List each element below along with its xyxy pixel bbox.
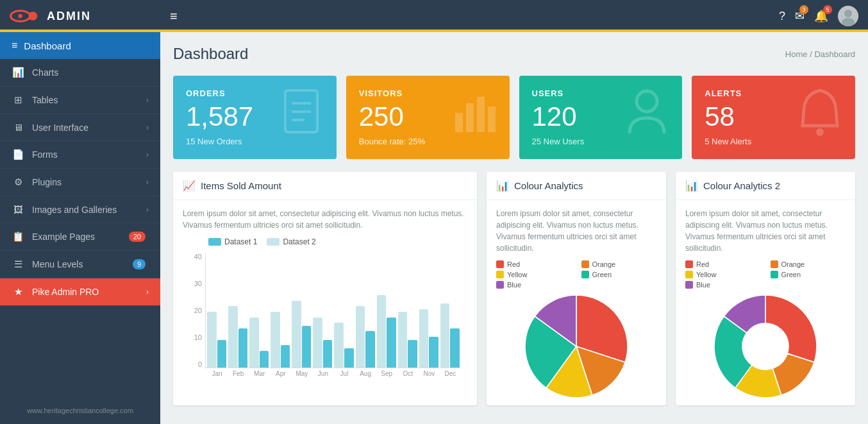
legend-color-dataset2 (267, 238, 280, 246)
alerts-icon (797, 87, 842, 148)
y-axis: 40 30 20 10 0 (189, 253, 205, 368)
bar-dataset2-apr (271, 312, 280, 368)
example-pages-icon: 📋 (12, 231, 24, 242)
bar-chart: 40 30 20 10 0 JanFebMarAprMayJunJulAugSe… (189, 253, 461, 377)
pie2-legend-red: Red (685, 260, 761, 268)
brand-logo (10, 6, 42, 26)
bar-dataset1-apr (281, 345, 290, 368)
svg-rect-9 (455, 113, 463, 132)
tables-icon: ⊞ (12, 94, 24, 106)
bar-dataset2-jul (334, 323, 344, 368)
bar-chart-area: 40 30 20 10 0 (189, 253, 461, 368)
stat-card-orders[interactable]: ORDERS 1,587 15 New Orders (173, 76, 337, 159)
hamburger-button[interactable]: ≡ (170, 9, 779, 24)
breadcrumb-home[interactable]: Home (785, 49, 808, 59)
images-arrow-icon: › (146, 205, 149, 214)
sidebar-item-example-pages[interactable]: 📋 Example Pages 20 (0, 223, 160, 251)
colour-analytics-2-body: Lorem ipsum dolor sit amet, consectetur … (676, 200, 855, 405)
sidebar-item-charts[interactable]: 📊 Charts (0, 59, 160, 87)
x-label-feb: Feb (228, 370, 249, 377)
bell-icon[interactable]: 🔔 5 (814, 9, 828, 23)
bar-dataset2-oct (398, 312, 408, 368)
x-label-nov: Nov (419, 370, 440, 377)
pie2-dot-yellow (685, 271, 693, 278)
bar-dataset1-dec (450, 328, 460, 368)
legend-color-dataset1 (208, 238, 221, 246)
stat-card-visitors[interactable]: VISITORS 250 Bounce rate: 25% (346, 76, 510, 159)
pike-admin-arrow-icon: › (146, 287, 149, 296)
pie-chart-1 (525, 295, 628, 398)
x-label-jun: Jun (312, 370, 333, 377)
colour-analytics-body: Lorem ipsum dolor sit amet, consectetur … (487, 200, 666, 405)
pie-dot-orange (581, 260, 589, 268)
svg-point-13 (637, 91, 657, 112)
sidebar-forms-label: Forms (32, 149, 146, 160)
pie-legend-yellow: Yellow (496, 271, 572, 278)
stat-cards: ORDERS 1,587 15 New Orders VISITORS 250 … (173, 76, 855, 159)
x-label-jul: Jul (333, 370, 355, 377)
sidebar-hamburger-icon: ≡ (12, 40, 17, 51)
bar-dataset2-nov (419, 309, 429, 368)
bar-dataset1-mar (260, 351, 269, 368)
bar-group-feb (228, 256, 247, 368)
mail-badge: 3 (799, 5, 808, 14)
bar-group-jul (334, 256, 353, 368)
colour-analytics-desc: Lorem ipsum dolor sit amet, consectetur … (496, 208, 656, 254)
colour-analytics-2-panel: 📊 Colour Analytics 2 Lorem ipsum dolor s… (676, 172, 855, 405)
pie-dot-blue (496, 281, 504, 289)
x-label-aug: Aug (355, 370, 376, 377)
sidebar: ≡ Dashboard 📊 Charts ⊞ Tables › 🖥 User I… (0, 32, 160, 424)
bar-dataset1-feb (238, 328, 248, 368)
sidebar-item-menu-levels[interactable]: ☰ Menu Levels 9 (0, 251, 160, 278)
pie-dot-red (496, 260, 504, 268)
menu-levels-icon: ☰ (12, 259, 24, 270)
bar-group-oct (398, 256, 417, 368)
colour-analytics-2-header: 📊 Colour Analytics 2 (676, 172, 855, 200)
pie-label-orange: Orange (592, 260, 616, 268)
bar-group-jun (313, 256, 332, 368)
stat-card-alerts[interactable]: ALERTS 58 5 New Alerts (692, 76, 855, 159)
colour-analytics-panel: 📊 Colour Analytics Lorem ipsum dolor sit… (487, 172, 666, 405)
sidebar-item-plugins[interactable]: ⚙ Plugins › (0, 169, 160, 196)
example-pages-badge: 20 (129, 232, 146, 242)
svg-point-14 (816, 128, 824, 136)
bar-group-mar (249, 256, 269, 368)
pie-label-yellow: Yellow (507, 271, 527, 278)
legend-label-dataset2: Dataset 2 (283, 237, 315, 246)
breadcrumb-current: Dashboard (814, 49, 855, 59)
bar-group-sep (377, 256, 396, 368)
bar-dataset2-may (292, 301, 301, 368)
avatar[interactable] (838, 6, 858, 26)
sidebar-item-pike-admin-pro[interactable]: ★ Pike Admin PRO › (0, 278, 160, 306)
sidebar-item-user-interface[interactable]: 🖥 User Interface › (0, 114, 160, 141)
pie-legend-blue: Blue (496, 281, 572, 289)
tables-arrow-icon: › (146, 96, 149, 105)
colour-analytics-header: 📊 Colour Analytics (487, 172, 666, 200)
bar-group-may (292, 256, 311, 368)
plugins-icon: ⚙ (12, 176, 24, 188)
bars-area (205, 253, 461, 368)
main-layout: ≡ Dashboard 📊 Charts ⊞ Tables › 🖥 User I… (0, 32, 868, 424)
x-label-apr: Apr (270, 370, 291, 377)
svg-rect-10 (466, 103, 474, 132)
help-icon[interactable]: ? (779, 10, 785, 23)
ui-icon: 🖥 (12, 122, 24, 133)
items-sold-desc: Lorem ipsum dolor sit amet, consectetur … (183, 208, 467, 231)
mail-icon[interactable]: ✉ 3 (795, 9, 805, 23)
bar-dataset2-jun (313, 318, 322, 368)
sidebar-images-label: Images and Galleries (32, 205, 146, 215)
sidebar-header-dashboard[interactable]: ≡ Dashboard (0, 32, 160, 59)
colour-analytics-2-chart-icon: 📊 (685, 180, 698, 192)
items-sold-panel: 📈 Items Sold Amount Lorem ipsum dolor si… (173, 172, 477, 405)
sidebar-item-tables[interactable]: ⊞ Tables › (0, 87, 160, 114)
sidebar-item-images-galleries[interactable]: 🖼 Images and Galleries › (0, 196, 160, 223)
svg-point-1 (18, 14, 22, 19)
pie-legend-red: Red (496, 260, 572, 268)
colour-analytics-2-desc: Lorem ipsum dolor sit amet, consectetur … (685, 208, 846, 254)
svg-point-3 (844, 10, 852, 17)
sidebar-item-forms[interactable]: 📄 Forms › (0, 141, 160, 169)
stat-card-users[interactable]: USERS 120 25 New Users (519, 76, 683, 159)
legend-dataset1: Dataset 1 (208, 237, 257, 246)
items-sold-title: Items Sold Amount (201, 180, 281, 191)
x-label-sep: Sep (376, 370, 397, 377)
